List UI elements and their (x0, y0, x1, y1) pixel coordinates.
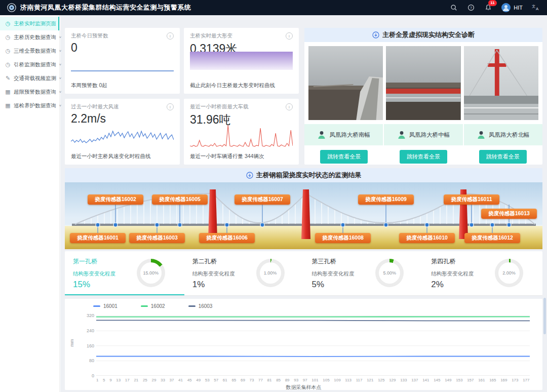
deflection-sensor-pill[interactable]: 挠度传感器16008 (315, 233, 371, 243)
span-percent: 15% (73, 280, 115, 290)
page-title: 济南黄河凤凰大桥桥梁集群结构运营安全监测与预警系统 (20, 3, 191, 12)
deflection-sensor-pill[interactable]: 挠度传感器16012 (464, 233, 520, 243)
sidebar-item-icon: ▦ (5, 89, 11, 95)
deflection-sensor-pill[interactable]: 挠度传感器16001 (70, 233, 126, 243)
span-tab[interactable]: 第三孔桥 结构形变变化程度 5% 5.00% (304, 251, 423, 295)
sidebar-item-icon: ◷ (5, 34, 11, 41)
notification-badge: 11 (488, 0, 496, 6)
deflection-panel: 主桥钢箱梁挠度实时状态的监测结果 挠度传感器 (65, 168, 542, 248)
wind-sparkline (71, 125, 174, 145)
deflection-sensor-pill[interactable]: 挠度传感器16011 (444, 194, 499, 205)
deflection-sensor-pill[interactable]: 挠度传感器16006 (199, 233, 255, 243)
span-tab[interactable]: 第四孔桥 结构形变变化程度 2% 2.00% (423, 251, 542, 295)
search-icon[interactable] (450, 4, 458, 12)
scrollbar-thumb[interactable] (543, 298, 546, 334)
deflection-header: 主桥钢箱梁挠度实时状态的监测结果 (65, 168, 542, 182)
main-content: 主桥今日预警数 i 0 本周预警数 0起 主桥实时最大形变 i 0.3139米 … (60, 15, 547, 392)
gauge-donut: 2.00% (495, 259, 523, 287)
plot-area (96, 312, 530, 376)
gauge-value: 1.00% (260, 262, 281, 284)
card-title: 过去一小时最大风速 (71, 103, 119, 110)
span-gauges-row: 第一孔桥 结构形变变化程度 15% 15.00% 第二孔桥 结构形变变化程度 1… (65, 251, 542, 296)
info-icon[interactable]: i (167, 32, 174, 40)
inspector-avatar-icon (397, 130, 406, 139)
sidebar-nav: ◷ 主桥实时监测页面 ∨ ◷ 主桥历史数据查询 ∨ ◷ 三维全景数据查询 ∨ ◷… (0, 15, 60, 392)
bridge-illustration: 挠度传感器16002挠度传感器16005挠度传感器16007挠度传感器16009… (65, 182, 542, 249)
inspector-avatar-icon (477, 130, 486, 139)
user-menu[interactable]: HIT (501, 3, 523, 12)
sidebar-item[interactable]: ✎ 交通荷载视频监测 ∨ (0, 71, 59, 85)
chevron-down-icon: ∨ (59, 49, 62, 52)
sidebar-item[interactable]: ◷ 三维全景数据查询 ∨ (0, 44, 59, 58)
card-value: 0 (71, 41, 174, 55)
deflection-title: 主桥钢箱梁挠度实时状态的监测结果 (256, 171, 362, 180)
deflection-sensor-pill[interactable]: 挠度传感器16003 (129, 233, 185, 243)
top-header: 济南黄河凤凰大桥桥梁集群结构运营安全监测与预警系统 ? 11 HIT 文A (0, 0, 547, 15)
span-metric-label: 结构形变变化程度 (192, 270, 235, 278)
sidebar-item-label: 巡检养护数据查询 (14, 102, 56, 109)
gauge-value: 5.00% (379, 262, 400, 284)
help-icon[interactable]: ? (467, 4, 475, 12)
card-footer: 本周预警数 0起 (71, 82, 107, 89)
deflection-sensor-pill[interactable]: 挠度传感器16007 (235, 194, 290, 205)
card-footer: 截止此刻今日主桥最大形变时程曲线 (190, 82, 275, 89)
span-tab[interactable]: 第二孔桥 结构形变变化程度 1% 1.00% (184, 251, 304, 295)
sidebar-item[interactable]: ▦ 超限预警数据查询 ∨ (0, 85, 59, 99)
card-max-wind: 过去一小时最大风速 i 2.2m/s 最近一小时主桥风速变化时程曲线 (65, 99, 180, 165)
gauge-donut: 1.00% (256, 259, 285, 287)
card-title: 主桥实时最大形变 (190, 32, 232, 40)
deflection-sensor-pill[interactable]: 挠度传感器16005 (152, 194, 208, 205)
info-icon[interactable]: i (286, 103, 293, 110)
load-sparkline (190, 123, 293, 147)
chevron-down-icon: ∨ (59, 35, 62, 38)
sidebar-item-label: 主桥历史数据查询 (14, 34, 56, 41)
y-axis-title: mm (69, 339, 74, 347)
span-metric-label: 结构形变变化程度 (431, 270, 474, 278)
info-icon[interactable]: i (286, 32, 293, 40)
app-logo-icon (7, 3, 16, 12)
bridge-photo-south[interactable] (308, 46, 383, 120)
card-today-warnings: 主桥今日预警数 i 0 本周预警数 0起 (65, 28, 180, 94)
panorama-title: 主桥全景虚拟现实结构安全诊断 (382, 30, 475, 40)
bridge-photo-middle[interactable] (386, 46, 460, 120)
section-icon (372, 31, 379, 38)
deflection-sensor-pill[interactable]: 挠度传感器16013 (481, 209, 537, 219)
sidebar-item[interactable]: ◷ 主桥实时监测页面 ∨ (0, 17, 59, 30)
card-title: 主桥今日预警数 (71, 32, 108, 40)
sidebar-item-label: 超限预警数据查询 (14, 89, 56, 96)
username: HIT (514, 5, 523, 11)
svg-text:A: A (536, 7, 539, 11)
bridge-photo-north[interactable] (464, 46, 538, 120)
y-axis-labels: 080160240320 (77, 312, 94, 376)
legend-dash (188, 305, 196, 307)
sidebar-item[interactable]: ◷ 引桥监测数据查询 ∨ (0, 58, 59, 71)
legend-item[interactable]: 16003 (188, 303, 213, 309)
deflection-sensor-pill[interactable]: 挠度传感器16010 (399, 233, 455, 243)
translate-icon[interactable]: 文A (532, 4, 540, 12)
view-panorama-button[interactable]: 跳转查看全景 (320, 150, 368, 164)
x-axis-ticks: 1591317212529333741454953576165697377818… (96, 378, 530, 382)
span-metric-label: 结构形变变化程度 (312, 270, 355, 278)
view-panorama-button[interactable]: 跳转查看全景 (479, 150, 527, 164)
card-title: 最近一小时桥面最大车载 (190, 103, 249, 110)
panorama-header: 主桥全景虚拟现实结构安全诊断 (304, 28, 542, 42)
view-panorama-button[interactable]: 跳转查看全景 (400, 150, 447, 164)
span-name: 第一孔桥 (73, 257, 115, 266)
gauge-value: 15.00% (140, 262, 162, 284)
bell-icon[interactable]: 11 (484, 4, 492, 12)
sidebar-item[interactable]: ◷ 主桥历史数据查询 ∨ (0, 30, 59, 44)
legend-item[interactable]: 16001 (93, 303, 118, 309)
sidebar-item[interactable]: ▦ 巡检养护数据查询 ∨ (0, 99, 59, 112)
gauge-value: 2.00% (498, 262, 520, 284)
span-tab[interactable]: 第一孔桥 结构形变变化程度 15% 15.00% (65, 251, 184, 295)
info-icon[interactable]: i (167, 103, 174, 110)
flat-sparkline (71, 68, 174, 73)
sidebar-item-label: 交通荷载视频监测 (14, 75, 56, 82)
deflection-sensor-pill[interactable]: 挠度传感器16009 (358, 194, 414, 205)
sidebar-item-label: 引桥监测数据查询 (14, 61, 56, 68)
deflection-sensor-pill[interactable]: 挠度传感器16002 (88, 194, 143, 205)
legend-item[interactable]: 16002 (141, 303, 165, 309)
card-value: 2.2m/s (71, 112, 174, 126)
card-max-deformation: 主桥实时最大形变 i 0.3139米 截止此刻今日主桥最大形变时程曲线 (184, 28, 299, 94)
sidebar-item-icon: ✎ (5, 75, 11, 82)
